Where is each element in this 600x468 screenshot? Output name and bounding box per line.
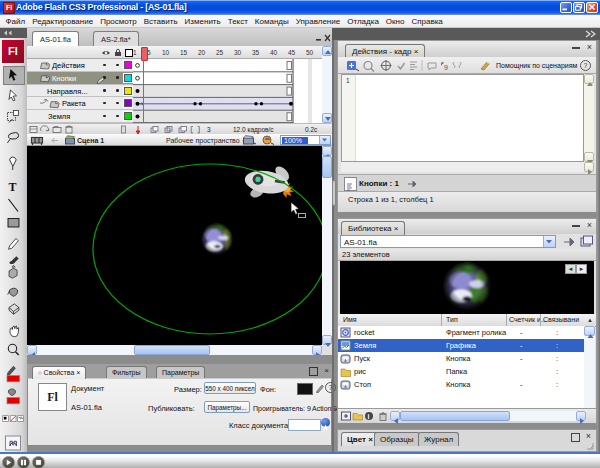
svg-text:9: 9 [444,64,448,71]
svg-text:i: i [368,413,370,420]
svg-text:T: T [9,180,17,194]
